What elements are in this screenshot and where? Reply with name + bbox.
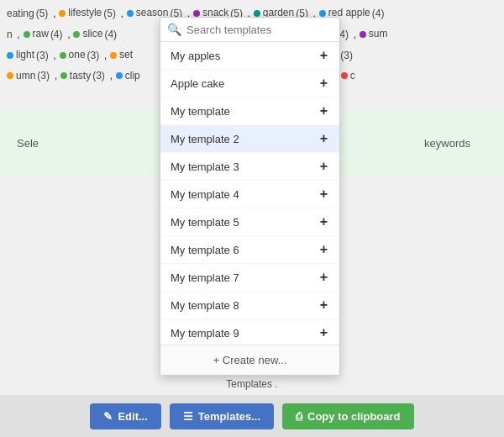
templates-icon: ☰ <box>183 410 193 423</box>
list-item[interactable]: My template 4 + <box>160 181 339 208</box>
tag-item: set <box>110 47 133 63</box>
add-template-button[interactable]: + <box>318 271 329 284</box>
tag-item: light <box>7 47 34 63</box>
list-item[interactable]: My template 7 + <box>160 264 339 292</box>
list-item[interactable]: My apples + <box>160 42 339 70</box>
template-name: My template 6 <box>171 244 239 256</box>
add-template-button[interactable]: + <box>318 160 329 173</box>
add-template-button[interactable]: + <box>318 215 329 229</box>
add-template-button[interactable]: + <box>318 104 329 118</box>
add-template-button[interactable]: + <box>318 76 329 90</box>
list-item[interactable]: My template 3 + <box>160 153 339 181</box>
tag-item: tasty <box>60 68 91 84</box>
template-name: My template 7 <box>171 271 239 284</box>
list-item[interactable]: My template 8 + <box>160 292 339 319</box>
footer-text: Templates . <box>0 375 504 393</box>
create-new-button[interactable]: + Create new... <box>160 345 339 375</box>
tag-item: lifestyle <box>59 5 102 21</box>
tag-item: one <box>60 47 86 63</box>
tag-item: clip <box>116 68 140 84</box>
tag-count: (5) <box>36 6 49 22</box>
list-item[interactable]: My template 6 + <box>160 236 339 264</box>
search-input[interactable] <box>186 24 333 36</box>
edit-icon: ✎ <box>103 410 113 423</box>
add-template-button[interactable]: + <box>318 187 329 201</box>
tag-item: raw <box>24 26 49 42</box>
tag-item: slice <box>73 26 102 42</box>
tag-item: n <box>7 27 13 43</box>
list-item[interactable]: My template + <box>160 97 339 125</box>
template-name: My template <box>171 105 230 118</box>
template-name: My template 3 <box>171 161 239 173</box>
templates-dropdown: 🔍 My apples + Apple cake + My template +… <box>160 17 340 376</box>
copy-label: Copy to clipboard <box>307 410 401 423</box>
tag-item: sum <box>360 26 388 42</box>
template-name: Apple cake <box>171 77 224 90</box>
tag-item: umn <box>7 68 35 84</box>
template-name: My template 4 <box>171 188 239 201</box>
template-name: My template 2 <box>171 133 239 145</box>
edit-label: Edit... <box>118 410 147 423</box>
search-box: 🔍 <box>160 18 339 42</box>
add-template-button[interactable]: + <box>318 49 329 62</box>
template-list: My apples + Apple cake + My template + M… <box>160 42 339 345</box>
template-name: My apples <box>171 50 220 62</box>
template-name: My template 9 <box>171 327 239 340</box>
list-item[interactable]: My template 9 + <box>160 319 339 345</box>
keywords-text: keywords <box>424 137 470 150</box>
copy-icon: ⎙ <box>296 410 302 423</box>
template-name: My template 5 <box>171 216 239 229</box>
add-template-button[interactable]: + <box>318 298 329 312</box>
add-template-button[interactable]: + <box>318 326 329 340</box>
select-left-text: Sele <box>17 137 39 150</box>
list-item[interactable]: My template 5 + <box>160 208 339 236</box>
template-name: My template 8 <box>171 299 239 312</box>
tag-item: eating <box>7 6 34 22</box>
add-template-button[interactable]: + <box>318 132 329 145</box>
list-item[interactable]: My template 2 + <box>160 125 339 153</box>
list-item[interactable]: Apple cake + <box>160 70 339 97</box>
add-template-button[interactable]: + <box>318 243 329 256</box>
copy-to-clipboard-button[interactable]: ⎙ Copy to clipboard <box>282 403 414 429</box>
search-icon: 🔍 <box>167 23 181 36</box>
bottom-toolbar: ✎ Edit... ☰ Templates... ⎙ Copy to clipb… <box>0 395 504 437</box>
tag-item: c <box>341 68 355 84</box>
edit-button[interactable]: ✎ Edit... <box>90 403 160 429</box>
templates-button[interactable]: ☰ Templates... <box>170 403 274 429</box>
templates-label: Templates... <box>198 410 260 423</box>
